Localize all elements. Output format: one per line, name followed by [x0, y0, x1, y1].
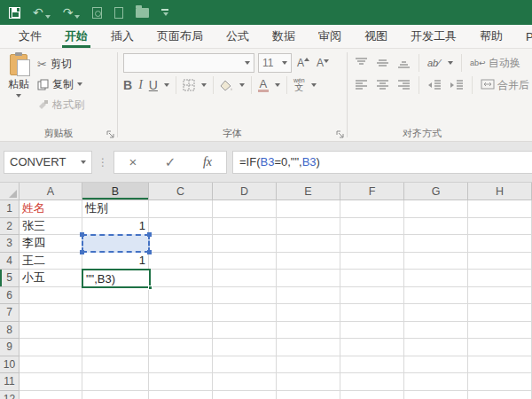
cell-E8[interactable] [277, 322, 340, 340]
tab-truncated[interactable]: P [514, 25, 532, 48]
cell-A9[interactable] [20, 339, 82, 356]
cell-D6[interactable] [213, 287, 277, 305]
font-color-dropdown-icon[interactable] [275, 83, 280, 87]
cell-B11[interactable] [82, 373, 149, 391]
row-header-4[interactable]: 4 [0, 253, 20, 270]
cell-E12[interactable] [277, 391, 340, 399]
copy-dropdown-icon[interactable] [77, 82, 82, 86]
cell-H10[interactable] [468, 356, 532, 374]
fill-color-button[interactable] [220, 80, 233, 91]
tab-developer[interactable]: 开发工具 [399, 25, 468, 48]
font-name-dropdown-icon[interactable] [245, 61, 250, 65]
undo-button[interactable]: ↶ [33, 6, 51, 19]
row-header-3[interactable]: 3 [0, 235, 20, 253]
cell-F12[interactable] [340, 391, 404, 399]
cell-F5[interactable] [340, 270, 404, 287]
column-header-A[interactable]: A [20, 183, 82, 200]
cell-D2[interactable] [213, 218, 277, 236]
cell-E9[interactable] [277, 339, 340, 356]
cell-D3[interactable] [213, 235, 277, 253]
cell-C2[interactable] [149, 218, 213, 236]
row-header-1[interactable]: 1 [0, 200, 20, 218]
new-file-icon[interactable] [114, 7, 123, 19]
cell-A10[interactable] [20, 356, 82, 374]
insert-function-icon[interactable]: fx [189, 155, 226, 169]
shrink-font-button[interactable]: A [315, 57, 331, 69]
cell-H2[interactable] [468, 218, 532, 236]
redo-button[interactable]: ↷ [63, 6, 81, 19]
cell-H5[interactable] [468, 270, 532, 287]
cell-G12[interactable] [404, 391, 468, 399]
clipboard-dialog-launcher-icon[interactable] [106, 130, 114, 138]
cell-D12[interactable] [213, 391, 277, 399]
align-top-icon[interactable] [355, 58, 368, 68]
fill-handle-icon[interactable] [148, 286, 153, 290]
cell-G1[interactable] [404, 200, 468, 218]
cell-A2[interactable]: 张三 [20, 218, 82, 236]
cell-F10[interactable] [340, 356, 404, 374]
orientation-dropdown-icon[interactable] [448, 61, 453, 65]
cell-A7[interactable] [20, 304, 82, 322]
cell-C9[interactable] [149, 339, 213, 356]
cell-D1[interactable] [213, 200, 277, 218]
merge-center-button[interactable]: 合并后 [481, 78, 529, 93]
decrease-indent-icon[interactable] [427, 80, 442, 90]
cell-A3[interactable]: 李四 [20, 235, 82, 253]
cell-H8[interactable] [468, 322, 532, 340]
format-painter-button[interactable]: 格式刷 [37, 96, 84, 113]
name-box[interactable]: CONVERT [4, 151, 92, 174]
font-dialog-launcher-icon[interactable] [336, 130, 344, 138]
fill-color-dropdown-icon[interactable] [239, 83, 245, 87]
cell-A11[interactable] [20, 373, 82, 391]
enter-icon[interactable]: ✓ [152, 154, 189, 170]
row-header-9[interactable]: 9 [0, 339, 20, 356]
cell-E4[interactable] [277, 253, 340, 270]
row-header-10[interactable]: 10 [0, 356, 20, 374]
font-color-button[interactable]: A [258, 79, 269, 92]
cell-F3[interactable] [340, 235, 404, 253]
tab-page-layout[interactable]: 页面布局 [145, 25, 215, 48]
bold-button[interactable]: B [123, 78, 132, 92]
cell-E10[interactable] [277, 356, 340, 374]
cell-G4[interactable] [404, 253, 468, 270]
font-name-combo[interactable] [123, 53, 254, 73]
increase-indent-icon[interactable] [450, 80, 464, 90]
cell-H3[interactable] [468, 235, 532, 253]
tab-home[interactable]: 开始 [53, 25, 99, 48]
tab-formulas[interactable]: 公式 [215, 25, 261, 48]
underline-button[interactable]: U [149, 78, 158, 92]
cell-H11[interactable] [468, 373, 532, 391]
cell-D4[interactable] [213, 253, 277, 270]
cell-H6[interactable] [468, 287, 532, 305]
cell-F9[interactable] [340, 339, 404, 356]
cell-A4[interactable]: 王二 [20, 253, 82, 270]
copy-button[interactable]: 复制 [37, 75, 84, 93]
row-header-12[interactable]: 12 [0, 391, 20, 399]
borders-button[interactable] [183, 79, 195, 91]
cell-B9[interactable] [82, 339, 149, 356]
cell-G11[interactable] [404, 373, 468, 391]
edit-cell-B5[interactable]: "",B3) [82, 269, 151, 288]
cell-H1[interactable] [468, 200, 532, 218]
cell-A8[interactable] [20, 322, 82, 340]
cell-E1[interactable] [277, 200, 340, 218]
cell-C10[interactable] [149, 356, 213, 374]
cell-F6[interactable] [340, 287, 404, 305]
cell-B10[interactable] [82, 356, 149, 374]
cell-G9[interactable] [404, 339, 468, 356]
cell-B12[interactable] [82, 391, 149, 399]
cell-B6[interactable] [82, 287, 149, 305]
column-header-B[interactable]: B [82, 183, 149, 200]
column-header-C[interactable]: C [149, 183, 213, 200]
cell-H9[interactable] [468, 339, 532, 356]
cell-C5[interactable] [149, 270, 213, 287]
align-bottom-icon[interactable] [397, 58, 411, 68]
phonetic-guide-button[interactable]: wén 文 [293, 78, 305, 92]
cell-D11[interactable] [213, 373, 277, 391]
cell-E6[interactable] [277, 287, 340, 305]
formula-bar-resize-handle[interactable]: ⋮ [98, 156, 108, 168]
cell-A5[interactable]: 小五 [20, 270, 82, 287]
cell-H4[interactable] [468, 253, 532, 270]
cell-B1[interactable]: 性别 [82, 200, 149, 218]
cell-E7[interactable] [277, 304, 340, 322]
